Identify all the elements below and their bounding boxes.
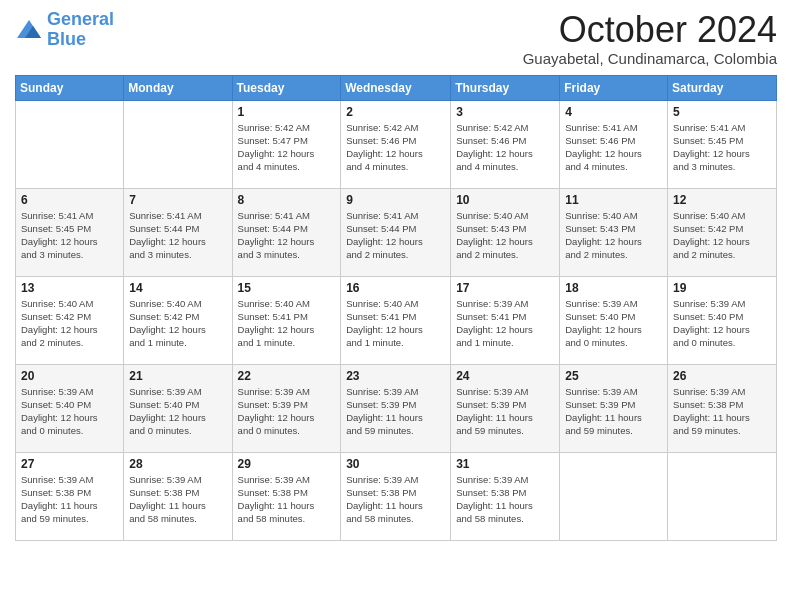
day-number: 15 xyxy=(238,281,336,295)
header-thursday: Thursday xyxy=(451,75,560,100)
day-info: Sunrise: 5:39 AM Sunset: 5:39 PM Dayligh… xyxy=(565,385,662,438)
week-row-2: 6Sunrise: 5:41 AM Sunset: 5:45 PM Daylig… xyxy=(16,188,777,276)
day-info: Sunrise: 5:39 AM Sunset: 5:39 PM Dayligh… xyxy=(346,385,445,438)
day-info: Sunrise: 5:39 AM Sunset: 5:38 PM Dayligh… xyxy=(673,385,771,438)
day-info: Sunrise: 5:39 AM Sunset: 5:38 PM Dayligh… xyxy=(456,473,554,526)
week-row-4: 20Sunrise: 5:39 AM Sunset: 5:40 PM Dayli… xyxy=(16,364,777,452)
day-number: 19 xyxy=(673,281,771,295)
day-info: Sunrise: 5:39 AM Sunset: 5:38 PM Dayligh… xyxy=(129,473,226,526)
day-cell xyxy=(560,452,668,540)
day-number: 21 xyxy=(129,369,226,383)
day-number: 2 xyxy=(346,105,445,119)
day-info: Sunrise: 5:40 AM Sunset: 5:42 PM Dayligh… xyxy=(673,209,771,262)
logo: General Blue xyxy=(15,10,114,50)
day-number: 22 xyxy=(238,369,336,383)
day-number: 17 xyxy=(456,281,554,295)
day-number: 4 xyxy=(565,105,662,119)
day-cell: 11Sunrise: 5:40 AM Sunset: 5:43 PM Dayli… xyxy=(560,188,668,276)
day-info: Sunrise: 5:41 AM Sunset: 5:44 PM Dayligh… xyxy=(238,209,336,262)
header-sunday: Sunday xyxy=(16,75,124,100)
day-cell: 24Sunrise: 5:39 AM Sunset: 5:39 PM Dayli… xyxy=(451,364,560,452)
calendar-body: 1Sunrise: 5:42 AM Sunset: 5:47 PM Daylig… xyxy=(16,100,777,540)
calendar-table: SundayMondayTuesdayWednesdayThursdayFrid… xyxy=(15,75,777,541)
day-number: 25 xyxy=(565,369,662,383)
day-number: 29 xyxy=(238,457,336,471)
day-cell: 26Sunrise: 5:39 AM Sunset: 5:38 PM Dayli… xyxy=(668,364,777,452)
day-info: Sunrise: 5:40 AM Sunset: 5:43 PM Dayligh… xyxy=(565,209,662,262)
day-cell: 14Sunrise: 5:40 AM Sunset: 5:42 PM Dayli… xyxy=(124,276,232,364)
day-number: 9 xyxy=(346,193,445,207)
week-row-3: 13Sunrise: 5:40 AM Sunset: 5:42 PM Dayli… xyxy=(16,276,777,364)
day-cell: 18Sunrise: 5:39 AM Sunset: 5:40 PM Dayli… xyxy=(560,276,668,364)
day-number: 12 xyxy=(673,193,771,207)
day-info: Sunrise: 5:41 AM Sunset: 5:44 PM Dayligh… xyxy=(346,209,445,262)
day-info: Sunrise: 5:41 AM Sunset: 5:45 PM Dayligh… xyxy=(21,209,118,262)
day-number: 16 xyxy=(346,281,445,295)
day-info: Sunrise: 5:40 AM Sunset: 5:42 PM Dayligh… xyxy=(129,297,226,350)
day-cell: 23Sunrise: 5:39 AM Sunset: 5:39 PM Dayli… xyxy=(341,364,451,452)
day-number: 7 xyxy=(129,193,226,207)
page-header: General Blue October 2024 Guayabetal, Cu… xyxy=(15,10,777,67)
day-number: 8 xyxy=(238,193,336,207)
header-friday: Friday xyxy=(560,75,668,100)
day-number: 24 xyxy=(456,369,554,383)
day-number: 23 xyxy=(346,369,445,383)
day-number: 11 xyxy=(565,193,662,207)
day-info: Sunrise: 5:41 AM Sunset: 5:46 PM Dayligh… xyxy=(565,121,662,174)
day-cell: 8Sunrise: 5:41 AM Sunset: 5:44 PM Daylig… xyxy=(232,188,341,276)
day-info: Sunrise: 5:39 AM Sunset: 5:39 PM Dayligh… xyxy=(238,385,336,438)
day-info: Sunrise: 5:39 AM Sunset: 5:38 PM Dayligh… xyxy=(346,473,445,526)
day-cell: 17Sunrise: 5:39 AM Sunset: 5:41 PM Dayli… xyxy=(451,276,560,364)
day-info: Sunrise: 5:39 AM Sunset: 5:40 PM Dayligh… xyxy=(129,385,226,438)
day-info: Sunrise: 5:42 AM Sunset: 5:47 PM Dayligh… xyxy=(238,121,336,174)
day-cell: 2Sunrise: 5:42 AM Sunset: 5:46 PM Daylig… xyxy=(341,100,451,188)
logo-blue: Blue xyxy=(47,29,86,49)
day-cell: 28Sunrise: 5:39 AM Sunset: 5:38 PM Dayli… xyxy=(124,452,232,540)
day-info: Sunrise: 5:40 AM Sunset: 5:43 PM Dayligh… xyxy=(456,209,554,262)
day-cell: 13Sunrise: 5:40 AM Sunset: 5:42 PM Dayli… xyxy=(16,276,124,364)
day-cell: 29Sunrise: 5:39 AM Sunset: 5:38 PM Dayli… xyxy=(232,452,341,540)
day-cell: 31Sunrise: 5:39 AM Sunset: 5:38 PM Dayli… xyxy=(451,452,560,540)
day-info: Sunrise: 5:39 AM Sunset: 5:41 PM Dayligh… xyxy=(456,297,554,350)
day-cell: 22Sunrise: 5:39 AM Sunset: 5:39 PM Dayli… xyxy=(232,364,341,452)
logo-text: General Blue xyxy=(47,10,114,50)
day-number: 6 xyxy=(21,193,118,207)
month-title: October 2024 xyxy=(523,10,777,50)
day-number: 10 xyxy=(456,193,554,207)
day-cell xyxy=(668,452,777,540)
header-saturday: Saturday xyxy=(668,75,777,100)
week-row-1: 1Sunrise: 5:42 AM Sunset: 5:47 PM Daylig… xyxy=(16,100,777,188)
day-info: Sunrise: 5:41 AM Sunset: 5:44 PM Dayligh… xyxy=(129,209,226,262)
day-info: Sunrise: 5:41 AM Sunset: 5:45 PM Dayligh… xyxy=(673,121,771,174)
header-monday: Monday xyxy=(124,75,232,100)
day-info: Sunrise: 5:39 AM Sunset: 5:39 PM Dayligh… xyxy=(456,385,554,438)
day-cell: 30Sunrise: 5:39 AM Sunset: 5:38 PM Dayli… xyxy=(341,452,451,540)
day-cell xyxy=(16,100,124,188)
day-number: 20 xyxy=(21,369,118,383)
day-number: 26 xyxy=(673,369,771,383)
day-info: Sunrise: 5:42 AM Sunset: 5:46 PM Dayligh… xyxy=(456,121,554,174)
day-cell: 15Sunrise: 5:40 AM Sunset: 5:41 PM Dayli… xyxy=(232,276,341,364)
day-info: Sunrise: 5:40 AM Sunset: 5:42 PM Dayligh… xyxy=(21,297,118,350)
day-number: 13 xyxy=(21,281,118,295)
day-cell xyxy=(124,100,232,188)
day-cell: 4Sunrise: 5:41 AM Sunset: 5:46 PM Daylig… xyxy=(560,100,668,188)
day-number: 1 xyxy=(238,105,336,119)
day-number: 14 xyxy=(129,281,226,295)
day-cell: 21Sunrise: 5:39 AM Sunset: 5:40 PM Dayli… xyxy=(124,364,232,452)
day-number: 30 xyxy=(346,457,445,471)
day-info: Sunrise: 5:39 AM Sunset: 5:40 PM Dayligh… xyxy=(673,297,771,350)
day-cell: 12Sunrise: 5:40 AM Sunset: 5:42 PM Dayli… xyxy=(668,188,777,276)
day-cell: 20Sunrise: 5:39 AM Sunset: 5:40 PM Dayli… xyxy=(16,364,124,452)
day-cell: 16Sunrise: 5:40 AM Sunset: 5:41 PM Dayli… xyxy=(341,276,451,364)
day-number: 31 xyxy=(456,457,554,471)
day-cell: 19Sunrise: 5:39 AM Sunset: 5:40 PM Dayli… xyxy=(668,276,777,364)
day-info: Sunrise: 5:39 AM Sunset: 5:38 PM Dayligh… xyxy=(238,473,336,526)
day-cell: 7Sunrise: 5:41 AM Sunset: 5:44 PM Daylig… xyxy=(124,188,232,276)
day-info: Sunrise: 5:40 AM Sunset: 5:41 PM Dayligh… xyxy=(346,297,445,350)
calendar-header: SundayMondayTuesdayWednesdayThursdayFrid… xyxy=(16,75,777,100)
title-block: October 2024 Guayabetal, Cundinamarca, C… xyxy=(523,10,777,67)
day-cell: 25Sunrise: 5:39 AM Sunset: 5:39 PM Dayli… xyxy=(560,364,668,452)
day-info: Sunrise: 5:39 AM Sunset: 5:40 PM Dayligh… xyxy=(21,385,118,438)
header-wednesday: Wednesday xyxy=(341,75,451,100)
